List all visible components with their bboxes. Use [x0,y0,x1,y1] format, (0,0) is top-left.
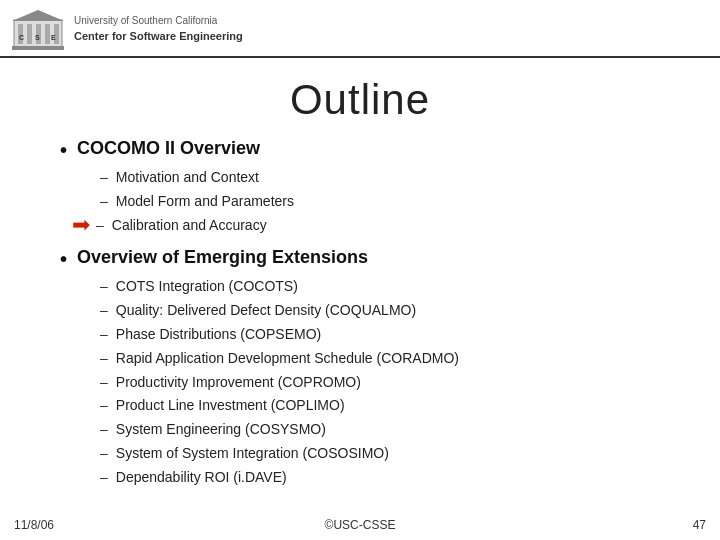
dash-2: – [100,190,108,214]
svg-rect-4 [45,24,50,44]
dash-1: – [100,166,108,190]
sub-item-model-form: – Model Form and Parameters [100,190,660,214]
sub-item-calibration: ➡ – Calibration and Accuracy [72,214,660,238]
sub-item-cots: – COTS Integration (COCOTS) [100,275,660,299]
sub-item-model-form-text: Model Form and Parameters [116,190,294,214]
sub-item-syseng-text: System Engineering (COSYSMO) [116,418,326,442]
sub-item-dependability-text: Dependability ROI (i.DAVE) [116,466,287,490]
sub-item-productivity-text: Productivity Improvement (COPROMO) [116,371,361,395]
footer-copyright: ©USC-CSSE [325,518,396,532]
arrow-icon: ➡ [72,214,90,236]
header-text: University of Southern California Center… [74,13,243,45]
sub-item-sysint-text: System of System Integration (COSOSIMO) [116,442,389,466]
title-section: Outline [0,58,720,138]
dash-3: – [96,214,104,238]
sub-item-phase: – Phase Distributions (COPSEMO) [100,323,660,347]
sub-item-calibration-text: Calibration and Accuracy [112,214,267,238]
sub-item-rapid: – Rapid Application Development Schedule… [100,347,660,371]
sub-item-cots-text: COTS Integration (COCOTS) [116,275,298,299]
center-name: Center for Software Engineering [74,28,243,45]
sub-item-productivity: – Productivity Improvement (COPROMO) [100,371,660,395]
logo-icon: C S E [12,8,64,50]
university-name: University of Southern California [74,13,243,28]
sub-item-quality: – Quality: Delivered Defect Density (COQ… [100,299,660,323]
svg-marker-6 [12,10,64,21]
sub-item-motivation: – Motivation and Context [100,166,660,190]
sub-item-rapid-text: Rapid Application Development Schedule (… [116,347,459,371]
section-extensions: • Overview of Emerging Extensions – COTS… [60,247,660,489]
svg-rect-7 [12,46,64,50]
svg-text:E: E [51,34,56,41]
sub-item-product-line-text: Product Line Investment (COPLIMO) [116,394,345,418]
bullet-dot-1: • [60,138,67,162]
sub-item-dependability: – Dependability ROI (i.DAVE) [100,466,660,490]
sub-item-syseng: – System Engineering (COSYSMO) [100,418,660,442]
sub-items-1: – Motivation and Context – Model Form an… [60,166,660,237]
sub-item-sysint: – System of System Integration (COSOSIMO… [100,442,660,466]
sub-item-product-line: – Product Line Investment (COPLIMO) [100,394,660,418]
main-bullet-1-label: COCOMO II Overview [77,138,260,159]
main-bullet-1: • COCOMO II Overview [60,138,660,162]
svg-text:C: C [19,34,24,41]
footer-date: 11/8/06 [14,518,54,532]
header: C S E University of Southern California … [0,0,720,58]
main-bullet-2: • Overview of Emerging Extensions [60,247,660,271]
sub-item-phase-text: Phase Distributions (COPSEMO) [116,323,321,347]
page-title: Outline [0,76,720,124]
section-cocomo: • COCOMO II Overview – Motivation and Co… [60,138,660,237]
sub-items-2: – COTS Integration (COCOTS) – Quality: D… [60,275,660,489]
content: • COCOMO II Overview – Motivation and Co… [0,138,720,490]
sub-item-quality-text: Quality: Delivered Defect Density (COQUA… [116,299,416,323]
footer-page: 47 [693,518,706,532]
bullet-dot-2: • [60,247,67,271]
svg-text:S: S [35,34,40,41]
svg-rect-2 [27,24,32,44]
sub-item-motivation-text: Motivation and Context [116,166,259,190]
footer: 11/8/06 ©USC-CSSE 47 [0,518,720,532]
main-bullet-2-label: Overview of Emerging Extensions [77,247,368,268]
